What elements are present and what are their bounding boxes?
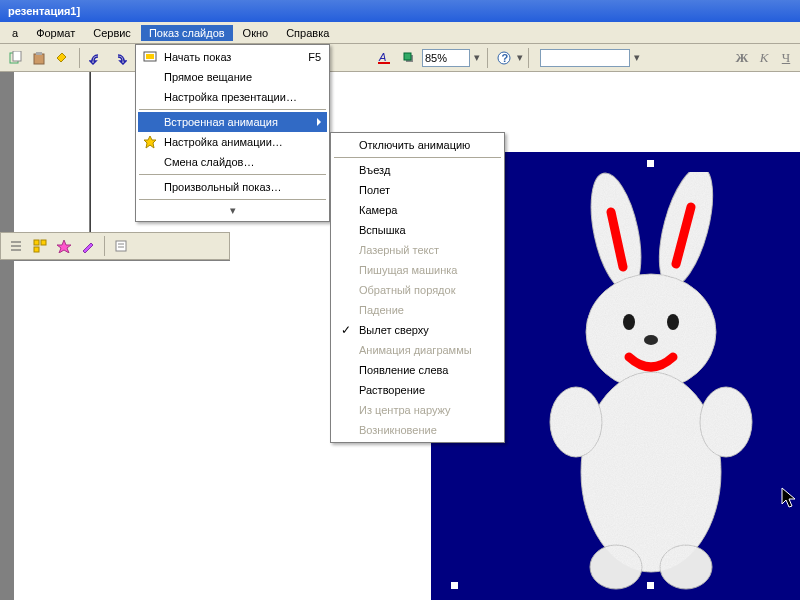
dropdown-arrow-icon[interactable]: ▾: [474, 51, 480, 64]
menu-item-typewriter: Пишущая машинка: [333, 260, 502, 280]
svg-rect-3: [36, 52, 42, 55]
menu-item-disable-anim[interactable]: Отключить анимацию: [333, 135, 502, 155]
slideshow-icon: [142, 49, 158, 65]
svg-point-24: [550, 387, 602, 457]
animation-icon[interactable]: [53, 235, 75, 257]
svg-rect-34: [34, 240, 39, 245]
menu-item-reverse-order: Обратный порядок: [333, 280, 502, 300]
menu-item-preset-animation[interactable]: Встроенная анимация: [138, 112, 327, 132]
menu-item-broadcast[interactable]: Прямое вещание: [138, 67, 327, 87]
toolbar-separator: [487, 48, 488, 68]
underline-button[interactable]: Ч: [776, 48, 796, 68]
copy-icon[interactable]: [4, 47, 26, 69]
star-icon: [142, 134, 158, 150]
menu-separator: [139, 109, 326, 110]
menu-expand-chevron-icon[interactable]: ▾: [138, 202, 327, 219]
svg-point-28: [623, 314, 635, 330]
menu-separator: [139, 199, 326, 200]
zoom-value: 85%: [425, 52, 447, 64]
pen-icon[interactable]: [77, 235, 99, 257]
menu-format[interactable]: Формат: [28, 25, 83, 41]
menu-separator: [334, 157, 501, 158]
summary-icon[interactable]: [110, 235, 132, 257]
toolbar-separator: [528, 48, 529, 68]
mouse-cursor-icon: [781, 487, 799, 511]
menu-item-drop: Падение: [333, 300, 502, 320]
menu-item-laser-text: Лазерный текст: [333, 240, 502, 260]
menu-item-custom-show[interactable]: Произвольный показ…: [138, 177, 327, 197]
svg-point-25: [700, 387, 752, 457]
svg-rect-9: [404, 53, 411, 60]
undo-icon[interactable]: [85, 47, 107, 69]
menu-item-appear: Возникновение: [333, 420, 502, 440]
outline-view-icon[interactable]: [5, 235, 27, 257]
svg-rect-41: [146, 54, 154, 59]
toolbar-separator: [79, 48, 80, 68]
preset-animation-submenu: Отключить анимацию Въезд Полет Камера Вс…: [330, 132, 505, 443]
svg-rect-35: [41, 240, 46, 245]
slide-sorter-icon[interactable]: [29, 235, 51, 257]
outline-toolbar: [0, 232, 230, 260]
format-painter-icon[interactable]: [52, 47, 74, 69]
svg-text:?: ?: [502, 51, 509, 63]
left-gutter: [0, 72, 14, 600]
submenu-arrow-icon: [317, 118, 321, 126]
menu-item-appear-left[interactable]: Появление слева: [333, 360, 502, 380]
svg-rect-7: [378, 62, 390, 64]
menu-truncated[interactable]: а: [4, 25, 26, 41]
menu-item-camera[interactable]: Камера: [333, 200, 502, 220]
menu-item-center-out: Из центра наружу: [333, 400, 502, 420]
bunny-image[interactable]: [511, 172, 791, 592]
redo-icon[interactable]: [109, 47, 131, 69]
svg-point-23: [581, 372, 721, 572]
toolbar-separator: [104, 236, 105, 256]
font-dropdown[interactable]: [540, 49, 630, 67]
svg-rect-36: [34, 247, 39, 252]
shortcut-label: F5: [308, 51, 321, 63]
svg-text:A: A: [378, 51, 386, 63]
bold-button[interactable]: Ж: [732, 48, 752, 68]
menu-item-slide-transition[interactable]: Смена слайдов…: [138, 152, 327, 172]
menu-help[interactable]: Справка: [278, 25, 337, 41]
menu-separator: [139, 174, 326, 175]
svg-rect-37: [116, 241, 126, 251]
svg-point-29: [667, 314, 679, 330]
window-titlebar: резентация1]: [0, 0, 800, 22]
menu-item-fly-from-top[interactable]: ✓Вылет сверху: [333, 320, 502, 340]
menu-item-drive-in[interactable]: Въезд: [333, 160, 502, 180]
svg-rect-1: [13, 51, 21, 61]
menu-item-dissolve[interactable]: Растворение: [333, 380, 502, 400]
selection-handle[interactable]: [451, 582, 458, 589]
thumbnail-strip[interactable]: [14, 72, 90, 232]
menu-item-start-show[interactable]: Начать показ F5: [138, 47, 327, 67]
svg-point-30: [644, 335, 658, 345]
italic-button[interactable]: К: [754, 48, 774, 68]
menu-bar[interactable]: а Формат Сервис Показ слайдов Окно Справ…: [0, 22, 800, 44]
paste-icon[interactable]: [28, 47, 50, 69]
shadow-icon[interactable]: [398, 47, 420, 69]
menu-item-custom-animation[interactable]: Настройка анимации…: [138, 132, 327, 152]
menu-window[interactable]: Окно: [235, 25, 277, 41]
menu-item-setup-show[interactable]: Настройка презентации…: [138, 87, 327, 107]
svg-rect-2: [34, 54, 44, 64]
menu-service[interactable]: Сервис: [85, 25, 139, 41]
menu-slideshow[interactable]: Показ слайдов: [141, 25, 233, 41]
help-icon[interactable]: ?: [493, 47, 515, 69]
help-dropdown-icon[interactable]: ▾: [517, 51, 523, 64]
selection-handle[interactable]: [647, 160, 654, 167]
menu-item-flash[interactable]: Вспышка: [333, 220, 502, 240]
font-color-icon[interactable]: A: [374, 47, 396, 69]
menu-item-chart-anim: Анимация диаграммы: [333, 340, 502, 360]
outline-panel[interactable]: [14, 260, 230, 600]
zoom-dropdown[interactable]: 85%: [422, 49, 470, 67]
slideshow-menu: Начать показ F5 Прямое вещание Настройка…: [135, 44, 330, 222]
title-text: резентация1]: [8, 5, 80, 17]
main-toolbar: A 85% ▾ ? ▾ ▾ Ж К Ч: [0, 44, 800, 72]
menu-item-fly[interactable]: Полет: [333, 180, 502, 200]
dropdown-arrow-icon[interactable]: ▾: [634, 51, 640, 64]
checkmark-icon: ✓: [341, 323, 351, 337]
